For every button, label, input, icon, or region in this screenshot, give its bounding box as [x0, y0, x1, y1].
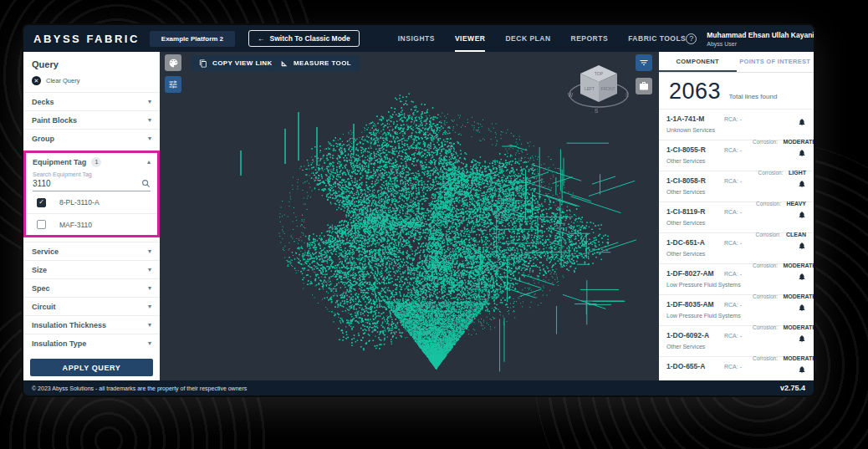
component-row[interactable]: 1-1A-741-M Unknown Services RCA: - Corro…: [659, 109, 814, 140]
svg-text:E: E: [625, 92, 630, 98]
viewer-3d: COPY VIEW LINK MEASURE TOOL W S: [160, 52, 659, 380]
top-bar: ABYSS FABRIC Example Platform 2 ← Switch…: [23, 25, 814, 52]
equipment-tag-header[interactable]: Equipment Tag 1 ▴: [26, 153, 157, 171]
svg-text:W: W: [568, 92, 574, 98]
tab-points-of-interest[interactable]: POINTS OF INTEREST: [737, 52, 814, 72]
corrosion-label: Corrosion:: [758, 170, 784, 176]
equipment-search-input[interactable]: [33, 179, 141, 188]
component-rca: RCA: -: [724, 178, 753, 202]
ruler-icon: [280, 59, 288, 68]
platform-selector[interactable]: Example Platform 2: [150, 31, 235, 47]
equipment-option-row[interactable]: ✓ 8-PL-3110-A: [26, 191, 157, 213]
component-rca: RCA: -: [724, 271, 753, 294]
nav-item[interactable]: DECK PLAN: [505, 25, 550, 52]
corrosion-label: Corrosion:: [753, 324, 778, 330]
filter-section-row[interactable]: Service ▾: [23, 242, 160, 260]
bell-icon: [798, 180, 806, 188]
svg-text:TOP: TOP: [595, 71, 604, 76]
chevron-down-icon: ▾: [148, 321, 151, 329]
nav-item[interactable]: REPORTS: [571, 25, 609, 52]
nav-item[interactable]: VIEWER: [455, 25, 486, 52]
chevron-down-icon: ▾: [148, 135, 151, 142]
chevron-down-icon: ▾: [148, 116, 151, 124]
filter-section-row[interactable]: Insulation Type ▾: [23, 334, 160, 352]
corrosion-value: MODERATE: [783, 355, 814, 361]
equipment-count-badge: 1: [91, 157, 101, 167]
corrosion-label: Corrosion:: [756, 201, 781, 207]
svg-text:LEFT: LEFT: [585, 86, 595, 91]
component-service: Unknown Services: [666, 127, 724, 133]
component-id: 1-CI-8055-R: [666, 145, 724, 154]
query-sidebar: Query ✕ Clear Query Decks ▾ Paint Blocks: [23, 52, 160, 380]
nav-item[interactable]: INSIGHTS: [398, 25, 435, 52]
corrosion-value: MODERATE: [783, 263, 814, 268]
search-label: Search Equipment Tag: [26, 171, 157, 177]
orientation-cube[interactable]: W S E TOP LEFT FRONT: [567, 60, 631, 119]
checkbox[interactable]: ✓: [37, 198, 46, 207]
corrosion-label: Corrosion:: [753, 293, 778, 299]
main-nav: INSIGHTS VIEWER DECK PLAN REPORTS FABRIC…: [398, 25, 687, 52]
total-count: 2063: [669, 79, 721, 104]
help-icon[interactable]: ?: [686, 33, 697, 44]
filter-sections-bottom: Service ▾ Size ▾ Spec ▾: [23, 242, 160, 352]
tab-component[interactable]: COMPONENT: [659, 52, 737, 72]
copy-icon: [199, 59, 207, 68]
checkbox[interactable]: ✓: [37, 220, 46, 229]
total-count-suffix: Total lines found: [729, 93, 778, 100]
component-service: Other Services: [666, 251, 724, 257]
footer-bar: © 2023 Abyss Solutions - all trademarks …: [23, 380, 814, 395]
top-right-group: ? Muhammad Ehsan Ullah Kayani Abyss User…: [686, 29, 814, 48]
component-id: 1-DO-655-A: [666, 362, 724, 370]
filter-section-row[interactable]: Insulation Thickness ▾: [23, 315, 160, 334]
bell-icon: [798, 211, 806, 219]
filter-section-row[interactable]: Spec ▾: [23, 278, 160, 297]
bell-icon: [798, 304, 806, 312]
left-arrow-icon: ←: [258, 34, 265, 43]
palette-button[interactable]: [165, 54, 181, 71]
svg-text:FRONT: FRONT: [600, 86, 615, 91]
panel-tabs: COMPONENT POINTS OF INTEREST: [659, 52, 814, 73]
toolbox-button[interactable]: [636, 78, 652, 94]
corrosion-label: Corrosion:: [753, 263, 778, 268]
equipment-search-row: [33, 177, 151, 191]
component-id: 1-DO-6092-A: [666, 331, 724, 339]
tune-button[interactable]: [165, 76, 181, 93]
bell-icon: [798, 242, 806, 250]
filter-section-row[interactable]: Size ▾: [23, 260, 160, 278]
filter-section-row[interactable]: Paint Blocks ▾: [23, 110, 160, 129]
component-service: Other Services: [666, 158, 724, 164]
equipment-tag-section: Equipment Tag 1 ▴ Search Equipment Tag ✓: [23, 151, 160, 237]
component-id: 1-CI-8119-R: [666, 207, 724, 216]
user-name: Muhammad Ehsan Ullah Kayani: [707, 31, 814, 39]
corrosion-label: Corrosion:: [755, 232, 780, 237]
switch-classic-mode-button[interactable]: ← Switch To Classic Mode: [248, 30, 360, 47]
nav-item[interactable]: FABRIC TOOLS: [628, 25, 686, 52]
chevron-down-icon: ▾: [148, 303, 151, 310]
filter-button[interactable]: [636, 54, 652, 71]
component-service: Low Pressure Fluid Systems: [666, 313, 724, 319]
chevron-down-icon: ▾: [148, 266, 151, 273]
filter-section-row[interactable]: Circuit ▾: [23, 297, 160, 315]
component-rca: RCA: -: [724, 209, 753, 232]
user-role: Abyss User: [707, 41, 814, 47]
component-id: 1-DF-8035-AM: [666, 300, 724, 309]
corrosion-value: LIGHT: [789, 170, 806, 176]
component-id: 1-1A-741-M: [666, 115, 724, 123]
filter-section-row[interactable]: Group ▾: [23, 129, 160, 147]
bell-icon: [798, 365, 806, 374]
version-text: v2.75.4: [780, 384, 805, 392]
measure-tool-button[interactable]: MEASURE TOOL: [272, 55, 360, 71]
component-panel: COMPONENT POINTS OF INTEREST 2063 Total …: [659, 52, 814, 380]
corrosion-value: MODERATE: [783, 293, 814, 299]
copy-view-link-button[interactable]: COPY VIEW LINK: [191, 55, 281, 71]
component-id: 1-DF-8027-AM: [666, 269, 724, 278]
clear-query-button[interactable]: ✕ Clear Query: [23, 72, 160, 92]
search-icon: [141, 179, 151, 188]
component-id: 1-CI-8058-R: [666, 176, 724, 185]
component-rca: RCA: -: [724, 240, 753, 263]
apply-query-button[interactable]: APPLY QUERY: [30, 359, 153, 376]
filter-section-row[interactable]: Decks ▾: [23, 92, 160, 110]
component-rca: RCA: -: [724, 364, 753, 380]
chevron-down-icon: ▾: [148, 284, 151, 292]
equipment-option-row[interactable]: ✓ MAF-3110: [26, 213, 157, 235]
